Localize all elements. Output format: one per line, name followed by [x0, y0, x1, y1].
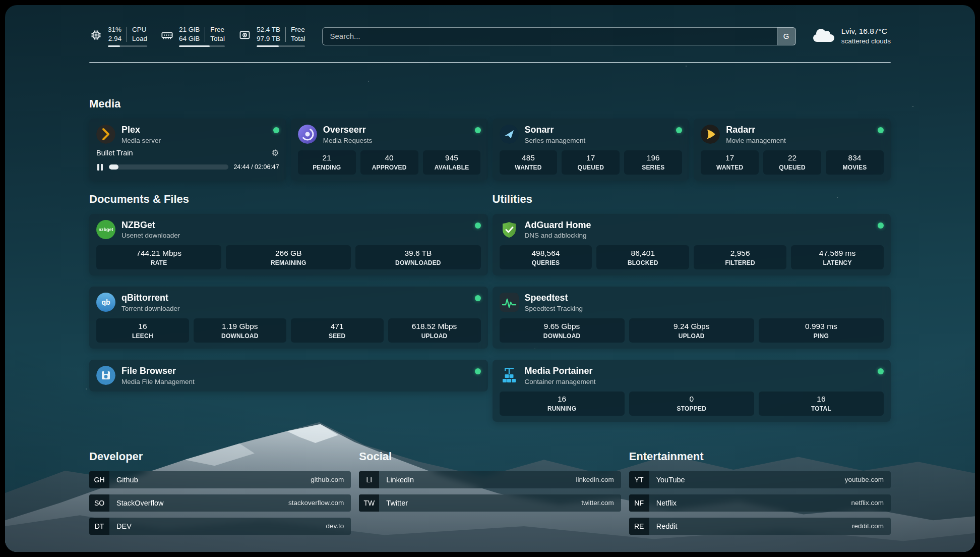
bookmark-name: StackOverflow: [116, 499, 288, 507]
speedtest-icon: [500, 293, 519, 312]
bookmark-url: dev.to: [326, 522, 344, 530]
cpu-load-label: Load: [132, 34, 147, 43]
app-subtitle: Usenet downloader: [121, 232, 469, 239]
app-subtitle: Speedtest Tracking: [525, 305, 884, 312]
filebrowser-icon: [96, 366, 115, 385]
bookmark-abbr: DT: [89, 518, 109, 535]
app-card-plex[interactable]: Plex Media server Bullet Train ⚙: [89, 119, 286, 181]
pause-icon[interactable]: [96, 163, 104, 172]
bookmark-netflix[interactable]: NF Netflix netflix.com: [629, 494, 891, 512]
ram-free-label: Free: [210, 25, 225, 34]
stat-upload: 9.24 GbpsUPLOAD: [629, 318, 754, 343]
app-subtitle: Torrent downloader: [121, 305, 469, 312]
plex-now-playing: Bullet Train ⚙ 24:44 / 02:06:47: [96, 149, 279, 172]
stat-downloaded: 39.6 TBDOWNLOADED: [355, 245, 480, 269]
bookmark-url: netflix.com: [851, 499, 884, 507]
stat-wanted: 17WANTED: [701, 150, 759, 175]
overseerr-icon: [298, 125, 317, 144]
stat-total: 16TOTAL: [759, 392, 884, 416]
ram-free-value: 21 GiB: [179, 25, 200, 34]
disk-usage-bar: [257, 45, 305, 47]
status-online-dot: [878, 222, 884, 229]
bookmark-abbr: NF: [629, 494, 649, 512]
ram-usage-bar: [179, 45, 225, 47]
disk-icon: [238, 28, 252, 42]
bookmark-name: Netflix: [656, 499, 851, 507]
section-title-utilities: Utilities: [493, 193, 891, 206]
app-subtitle: Movie management: [726, 137, 872, 144]
bookmark-stackoverflow[interactable]: SO StackOverflow stackoverflow.com: [89, 494, 351, 512]
bookmark-dev[interactable]: DT DEV dev.to: [89, 518, 351, 535]
weather-condition: scattered clouds: [841, 37, 891, 46]
search-input[interactable]: [322, 27, 776, 45]
stat-movies: 834MOVIES: [826, 150, 884, 175]
metric-divider: [127, 27, 127, 42]
bookmark-abbr: GH: [89, 471, 109, 488]
playback-progress-bar[interactable]: [109, 164, 229, 170]
playback-time: 24:44 / 02:06:47: [233, 163, 279, 171]
search-bar: G: [322, 27, 795, 45]
stat-stopped: 0STOPPED: [629, 392, 754, 416]
bookmark-twitter[interactable]: TW Twitter twitter.com: [359, 494, 621, 512]
radarr-icon: [701, 125, 720, 144]
app-card-adguard[interactable]: AdGuard Home DNS and adblocking 498,564Q…: [493, 214, 891, 276]
search-engine-button[interactable]: G: [777, 27, 796, 45]
app-name: Radarr: [726, 125, 872, 135]
app-card-overseerr[interactable]: Overseerr Media Requests 21PENDING 40APP…: [291, 119, 488, 181]
stat-blocked: 86,401BLOCKED: [596, 245, 689, 269]
app-card-portainer[interactable]: Media Portainer Container management 16R…: [493, 360, 891, 422]
bookmark-name: Github: [116, 476, 311, 484]
bookmarks-social: Social LI LinkedIn linkedin.com TW Twitt…: [359, 450, 621, 535]
settings-gear-icon[interactable]: ⚙: [272, 149, 279, 157]
media-grid: Plex Media server Bullet Train ⚙: [89, 119, 891, 181]
section-title-social: Social: [359, 450, 621, 463]
bookmark-name: LinkedIn: [386, 476, 576, 484]
sonarr-icon: [500, 125, 519, 144]
utilities-column: Utilities Ad: [493, 193, 891, 422]
stat-download: 9.65 GbpsDOWNLOAD: [500, 318, 625, 343]
bookmark-linkedin[interactable]: LI LinkedIn linkedin.com: [359, 471, 621, 488]
app-card-sonarr[interactable]: Sonarr Series management 485WANTED 17QUE…: [493, 119, 690, 181]
bookmark-abbr: YT: [629, 471, 649, 488]
status-online-dot: [878, 127, 884, 133]
bookmark-url: github.com: [311, 476, 344, 483]
system-metrics: 31% 2.94 CPU Load: [89, 25, 305, 47]
status-online-dot: [475, 127, 481, 133]
app-card-speedtest[interactable]: Speedtest Speedtest Tracking 9.65 GbpsDO…: [493, 287, 891, 349]
bookmark-youtube[interactable]: YT YouTube youtube.com: [629, 471, 891, 488]
status-online-dot: [676, 127, 682, 133]
section-title-media: Media: [89, 97, 891, 110]
disk-total-label: Total: [291, 34, 305, 43]
section-title-documents: Documents & Files: [89, 193, 488, 206]
app-name: Plex: [121, 125, 267, 135]
bookmarks-developer: Developer GH Github github.com SO StackO…: [89, 450, 351, 535]
metric-divider: [285, 27, 286, 42]
section-title-entertainment: Entertainment: [629, 450, 891, 463]
bookmark-github[interactable]: GH Github github.com: [89, 471, 351, 488]
cpu-load-value: 2.94: [108, 34, 121, 43]
bookmark-abbr: RE: [629, 518, 649, 535]
stat-download: 1.19 GbpsDOWNLOAD: [194, 318, 286, 343]
app-name: Sonarr: [525, 125, 670, 135]
cpu-usage-bar: [108, 45, 147, 47]
app-card-radarr[interactable]: Radarr Movie management 17WANTED 22QUEUE…: [694, 119, 891, 181]
app-subtitle: Media server: [121, 137, 267, 144]
app-card-nzbget[interactable]: nzbget NZBGet Usenet downloader 744.21 M…: [89, 214, 488, 276]
stat-filtered: 2,956FILTERED: [694, 245, 786, 269]
cpu-icon: [89, 28, 103, 42]
bookmark-name: Twitter: [386, 499, 581, 507]
bookmark-url: reddit.com: [852, 522, 884, 530]
app-card-qbittorrent[interactable]: qb qBittorrent Torrent downloader 16LEEC…: [89, 287, 488, 349]
app-card-filebrowser[interactable]: File Browser Media File Management: [89, 360, 488, 392]
stat-upload: 618.52 MbpsUPLOAD: [388, 318, 481, 343]
app-name: qBittorrent: [121, 293, 469, 303]
app-name: Speedtest: [525, 293, 884, 303]
app-name: File Browser: [121, 366, 469, 376]
stat-running: 16RUNNING: [500, 392, 625, 416]
bookmark-reddit[interactable]: RE Reddit reddit.com: [629, 518, 891, 535]
adguard-icon: [500, 220, 519, 239]
disk-free-label: Free: [291, 25, 305, 34]
app-subtitle: Container management: [525, 378, 872, 385]
disk-total-value: 97.9 TB: [257, 34, 280, 43]
qbittorrent-icon: qb: [96, 293, 115, 312]
